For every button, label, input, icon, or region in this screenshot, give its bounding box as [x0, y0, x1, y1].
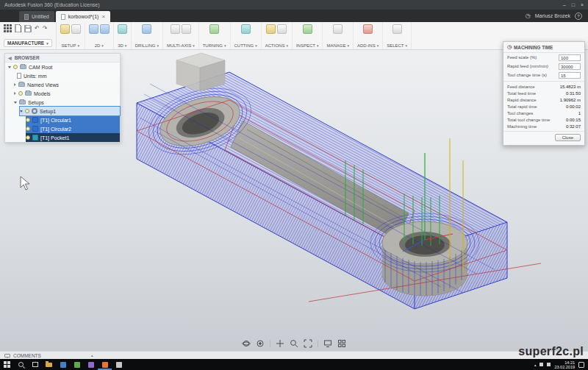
comments-bar[interactable]: COMMENTS ▴ [0, 351, 588, 359]
file-explorer-button[interactable] [42, 359, 56, 370]
tray-expand-icon[interactable]: ▴ [534, 363, 537, 367]
zoom-icon[interactable] [290, 339, 298, 348]
3d-adaptive-icon[interactable] [118, 24, 127, 34]
expand-icon[interactable] [14, 92, 16, 95]
tool-change-time-input[interactable]: 15 [559, 72, 581, 79]
toolbar-group-3d[interactable]: 3D▾ [114, 22, 132, 49]
tree-item-cam-root[interactable]: CAM Root [5, 63, 120, 71]
chevron-down-icon: ▾ [255, 43, 257, 48]
tab-untitled[interactable]: Untitled [19, 11, 54, 22]
display-settings-icon[interactable] [323, 339, 332, 348]
close-icon[interactable]: × [581, 0, 584, 10]
toolbar-group-actions[interactable]: ACTIONS▾ [262, 22, 293, 49]
orbit-icon[interactable] [242, 339, 251, 348]
toolbar-group-setup[interactable]: SETUP▾ [57, 22, 85, 49]
visibility-bulb-icon[interactable] [26, 135, 30, 140]
rapid-feed-input[interactable]: 30000 [559, 63, 581, 70]
app-button-1[interactable] [56, 359, 70, 370]
tree-item-pocket1[interactable]: [T1] Pocket1 [26, 133, 120, 142]
redo-icon[interactable]: ↷ [43, 25, 48, 32]
search-button[interactable] [14, 359, 28, 370]
post-process-icon[interactable] [277, 24, 287, 34]
toolbar-group-select[interactable]: SELECT▾ [383, 22, 412, 49]
system-tray: ▴ 14:21 23.02.2019 [534, 360, 588, 369]
pan-icon[interactable] [276, 339, 284, 348]
swarf-icon[interactable] [171, 24, 180, 34]
file-menu-icon[interactable] [15, 24, 21, 32]
tool-library-icon[interactable] [333, 24, 343, 34]
save-icon[interactable] [24, 25, 32, 32]
tray-icon[interactable] [547, 363, 551, 366]
tree-item-circular2[interactable]: [T1] Circular2 [26, 124, 120, 133]
toolbar-group-manage[interactable]: MANAGE▾ [323, 22, 354, 49]
select-cursor-icon[interactable] [392, 24, 402, 34]
visibility-bulb-icon[interactable] [25, 109, 29, 113]
3d-viewport[interactable]: ◀ BROWSER CAM Root Units: mm Named Views [0, 50, 588, 351]
toolbar-group-cutting[interactable]: CUTTING▾ [231, 22, 262, 49]
tree-item-setups[interactable]: Setups [5, 98, 120, 107]
collapse-browser-icon[interactable]: ◀ [8, 55, 12, 60]
toolbar-group-multiaxis[interactable]: MULTI-AXIS▾ [163, 22, 199, 49]
expand-icon[interactable] [14, 102, 17, 104]
2d-pocket-icon[interactable] [89, 24, 98, 34]
drill-icon[interactable] [142, 24, 151, 34]
app-button-3[interactable] [84, 359, 98, 370]
close-button[interactable]: Close [555, 134, 581, 141]
stock-icon[interactable] [71, 24, 81, 34]
maximize-icon[interactable]: □ [572, 0, 575, 10]
tab-label: korbowod*(1) [68, 14, 99, 19]
expand-icon[interactable] [14, 83, 16, 86]
expand-icon[interactable] [20, 110, 23, 113]
cutting-icon[interactable] [241, 24, 251, 34]
app-button-4[interactable] [112, 359, 126, 370]
close-tab-icon[interactable]: × [101, 13, 105, 20]
help-icon[interactable]: ? [575, 13, 582, 20]
toolbar-group-2d[interactable]: 2D▾ [85, 22, 114, 49]
expand-comments-icon[interactable]: ▴ [91, 353, 93, 357]
tab-korbowod[interactable]: korbowod*(1) × [56, 11, 110, 22]
tree-item-setup1[interactable]: Setup1 [20, 107, 120, 115]
app-button-2[interactable] [70, 359, 84, 370]
undo-icon[interactable]: ↶ [35, 25, 40, 32]
visibility-bulb-icon[interactable] [18, 91, 23, 96]
tree-item-named-views[interactable]: Named Views [5, 80, 120, 89]
taskbar-clock[interactable]: 14:21 23.02.2019 [554, 360, 575, 369]
visibility-bulb-icon[interactable] [26, 127, 30, 131]
fit-icon[interactable] [304, 339, 312, 348]
feed-scale-input[interactable]: 100 [559, 54, 581, 61]
addins-icon[interactable] [363, 24, 373, 34]
toolbar-group-turning[interactable]: TURNING▾ [199, 22, 231, 49]
setup-icon[interactable] [60, 24, 70, 34]
toolbar-group-drilling[interactable]: DRILLING▾ [132, 22, 163, 49]
measure-icon[interactable] [303, 24, 312, 34]
comments-label: COMMENTS [13, 353, 41, 358]
machined-part[interactable] [137, 72, 541, 309]
start-button[interactable] [0, 359, 14, 370]
document-icon [61, 14, 65, 20]
toolbar-group-inspect[interactable]: INSPECT▾ [293, 22, 323, 49]
data-panel-grid-icon[interactable] [4, 24, 12, 32]
account-user-name[interactable]: Mariusz Brozek [535, 13, 570, 18]
minimize-icon[interactable]: – [563, 0, 566, 10]
visibility-bulb-icon[interactable] [13, 65, 18, 69]
flow-icon[interactable] [182, 24, 191, 34]
toolbar-group-addins[interactable]: ADD-INS▾ [354, 22, 383, 49]
action-center-icon[interactable] [578, 362, 584, 368]
expand-icon[interactable] [8, 66, 11, 68]
visibility-bulb-icon[interactable] [26, 118, 30, 122]
tree-item-units[interactable]: Units: mm [5, 71, 120, 80]
grid-settings-icon[interactable] [337, 339, 346, 348]
fusion360-taskbar-button[interactable] [98, 359, 112, 370]
window-title: Autodesk Fusion 360 (Education License) [4, 2, 100, 7]
simulate-icon[interactable] [266, 24, 276, 34]
workspace-selector[interactable]: MANUFACTURE ▾ [4, 39, 52, 47]
taskbar-date: 23.02.2019 [554, 365, 575, 369]
2d-contour-icon[interactable] [100, 24, 110, 34]
task-view-button[interactable] [28, 359, 42, 370]
turning-profile-icon[interactable] [209, 24, 219, 34]
look-at-icon[interactable] [256, 339, 265, 348]
tree-item-models[interactable]: Models [5, 89, 120, 98]
tray-icon[interactable] [539, 363, 543, 366]
tree-item-circular1[interactable]: [T1] Circular1 [26, 115, 120, 124]
notification-clock-icon[interactable]: ◷ [526, 13, 531, 20]
